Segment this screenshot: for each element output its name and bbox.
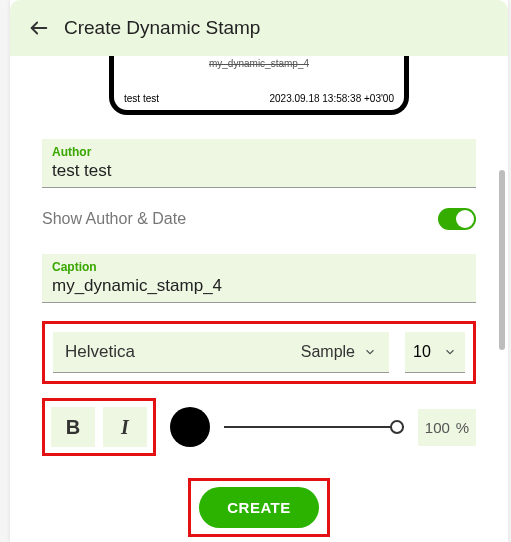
- author-input[interactable]: [52, 161, 466, 181]
- font-controls-group: Helvetica Sample 10: [42, 321, 476, 384]
- dialog-body: my_dynamic_stamp_4 test test 2023.09.18 …: [10, 56, 508, 542]
- style-controls-row: B I 100 %: [42, 398, 476, 456]
- author-field[interactable]: Author: [42, 139, 476, 188]
- opacity-unit: %: [456, 419, 469, 436]
- caption-input[interactable]: [52, 276, 466, 296]
- preview-author: test test: [124, 93, 159, 104]
- show-author-date-toggle[interactable]: [438, 208, 476, 230]
- font-family-value: Helvetica: [65, 342, 135, 362]
- preview-caption: my_dynamic_stamp_4: [124, 58, 394, 69]
- italic-button[interactable]: I: [103, 407, 147, 447]
- bold-button[interactable]: B: [51, 407, 95, 447]
- opacity-value: 100: [425, 419, 450, 436]
- font-sample-label: Sample: [301, 343, 355, 361]
- dialog-panel: Create Dynamic Stamp my_dynamic_stamp_4 …: [10, 0, 508, 542]
- caption-field[interactable]: Caption: [42, 254, 476, 303]
- font-family-select[interactable]: Helvetica Sample: [53, 332, 389, 373]
- slider-thumb[interactable]: [390, 420, 404, 434]
- font-size-value: 10: [413, 343, 431, 361]
- stamp-preview: my_dynamic_stamp_4 test test 2023.09.18 …: [109, 56, 409, 115]
- chevron-down-icon: [443, 345, 457, 359]
- dialog-title: Create Dynamic Stamp: [64, 17, 260, 39]
- caption-label: Caption: [52, 260, 466, 274]
- bold-italic-group: B I: [42, 398, 156, 456]
- font-size-select[interactable]: 10: [405, 332, 465, 373]
- back-arrow-icon[interactable]: [28, 17, 50, 39]
- scrollbar-thumb[interactable]: [499, 170, 505, 350]
- opacity-value-box[interactable]: 100 %: [418, 409, 476, 446]
- opacity-slider[interactable]: [224, 417, 404, 437]
- create-button-highlight: CREATE: [188, 478, 330, 537]
- author-label: Author: [52, 145, 466, 159]
- preview-timestamp: 2023.09.18 13:58:38 +03'00: [269, 93, 394, 104]
- slider-track: [224, 426, 404, 428]
- chevron-down-icon: [363, 345, 377, 359]
- toggle-label: Show Author & Date: [42, 210, 186, 228]
- show-author-date-row: Show Author & Date: [42, 208, 476, 230]
- dialog-header: Create Dynamic Stamp: [10, 0, 508, 56]
- create-button[interactable]: CREATE: [199, 487, 319, 528]
- color-picker-button[interactable]: [170, 407, 210, 447]
